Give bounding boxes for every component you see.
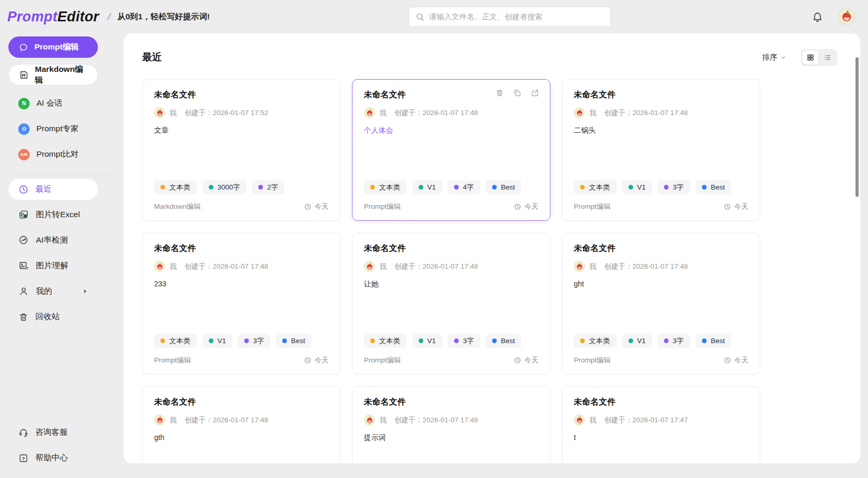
panel-scrollbar[interactable] <box>856 57 859 197</box>
card-time-label: 今天 <box>734 356 748 365</box>
user-avatar[interactable] <box>838 8 856 26</box>
markdown-icon <box>19 70 29 80</box>
card-time: 今天 <box>724 356 748 365</box>
tag-color-dot <box>419 338 423 343</box>
card-title: 未命名文件 <box>364 243 538 254</box>
tag-label: 3000字 <box>218 183 241 192</box>
card-source: Prompt编辑 <box>364 202 401 211</box>
duplicate-icon[interactable] <box>513 89 522 97</box>
sidebar-item-image-to-excel[interactable]: S 图片转Excel <box>8 204 98 225</box>
sidebar-item-prompt-expert[interactable]: Prompt专家 <box>8 118 98 140</box>
tag-chip[interactable]: 文本类 <box>154 334 197 348</box>
card-title: 未命名文件 <box>574 397 748 408</box>
tag-color-dot <box>282 338 287 343</box>
sidebar-item-label: 最近 <box>35 184 52 195</box>
file-card[interactable]: 未命名文件 我 创建于：2026-01-07 17:48 个人体会 文本类V14… <box>352 79 550 221</box>
sidebar-item-label: 帮助中心 <box>35 452 68 463</box>
card-meta: 我 创建于：2026-01-07 17:48 <box>154 261 329 272</box>
tag-chip[interactable]: Best <box>696 180 731 194</box>
card-time-label: 今天 <box>524 202 538 211</box>
ai-detect-icon <box>18 235 29 246</box>
sidebar: Prompt编辑 Markdown编辑 N AI 会话 Prompt专家 A/B… <box>0 33 123 478</box>
sidebar-item-recycle-bin[interactable]: 回收站 <box>8 306 98 328</box>
tag-label: 文本类 <box>169 183 191 192</box>
sidebar-item-recent[interactable]: 最近 <box>8 179 98 200</box>
file-card[interactable]: 未命名文件 我 创建于：2026-01-07 17:48 ght 文本类V13字… <box>562 233 760 374</box>
tag-chip[interactable]: 3字 <box>658 334 690 348</box>
tag-chip[interactable]: 3字 <box>658 180 690 194</box>
tag-chip[interactable]: Best <box>696 334 731 348</box>
card-body: 文章 <box>154 126 329 135</box>
notification-bell-icon[interactable] <box>812 11 823 22</box>
card-tags: 文本类V13字Best <box>364 334 538 348</box>
panel-header: 最近 排序 <box>142 49 860 66</box>
tag-chip[interactable]: 文本类 <box>574 334 617 348</box>
file-card[interactable]: 未命名文件 我 创建于：2026-01-07 17:48 二锅头 文本类V13字… <box>562 79 760 221</box>
tag-chip[interactable]: Best <box>486 180 521 194</box>
chat-bubble-icon <box>18 42 29 53</box>
sidebar-ai-tools: N AI 会话 Prompt专家 A/B Prompt比对 <box>8 93 114 165</box>
card-footer: Prompt编辑 今天 <box>574 356 748 365</box>
tag-label: 文本类 <box>589 183 610 192</box>
tag-color-dot <box>492 338 497 343</box>
file-card[interactable]: 未命名文件 我 创建于：2026-01-07 17:48 让她 文本类V13字B… <box>352 233 550 374</box>
image-understand-icon: ? <box>18 260 29 271</box>
export-icon[interactable] <box>531 89 539 97</box>
global-search[interactable] <box>409 7 611 27</box>
sort-dropdown[interactable]: 排序 <box>762 53 786 62</box>
tag-label: V1 <box>637 183 646 191</box>
sidebar-item-ai-rate-detect[interactable]: AI率检测 <box>8 230 98 251</box>
file-card[interactable]: 未命名文件 我 创建于：2026-01-07 17:48 提示词 <box>352 386 550 463</box>
tag-chip[interactable]: V1 <box>412 180 443 194</box>
sidebar-item-label: Prompt比对 <box>36 149 79 160</box>
tag-chip[interactable]: 文本类 <box>364 180 407 194</box>
tag-color-dot <box>258 185 263 190</box>
owner-avatar <box>574 107 585 118</box>
tag-chip[interactable]: 2字 <box>252 180 284 194</box>
owner-avatar <box>574 414 585 425</box>
sidebar-item-image-understand[interactable]: ? 图片理解 <box>8 255 98 276</box>
card-title: 未命名文件 <box>154 397 329 408</box>
tag-chip[interactable]: 3字 <box>448 334 480 348</box>
tag-chip[interactable]: V1 <box>203 334 233 348</box>
card-footer: Prompt编辑 今天 <box>154 356 329 365</box>
grid-view-button[interactable] <box>802 51 819 65</box>
delete-icon[interactable] <box>495 89 504 97</box>
sidebar-item-label: Prompt专家 <box>36 123 79 134</box>
tag-color-dot <box>580 185 585 190</box>
sidebar-item-help-center[interactable]: ? 帮助中心 <box>8 447 98 469</box>
trash-icon <box>18 312 29 322</box>
tag-chip[interactable]: 4字 <box>448 180 480 194</box>
clock-icon <box>304 203 311 210</box>
logo-part-prompt: Prompt <box>7 9 57 24</box>
sidebar-item-markdown-edit[interactable]: Markdown编辑 <box>8 64 98 85</box>
tag-chip[interactable]: Best <box>276 334 311 348</box>
header-right <box>812 8 856 26</box>
sidebar-item-customer-service[interactable]: 咨询客服 <box>8 422 98 443</box>
tag-color-dot <box>209 338 213 343</box>
file-card[interactable]: 未命名文件 我 创建于：2026-01-07 17:48 233 文本类V13字… <box>142 233 341 374</box>
file-card[interactable]: 未命名文件 我 创建于：2026-01-07 17:48 gth <box>142 386 341 463</box>
sidebar-item-prompt-edit[interactable]: Prompt编辑 <box>8 36 98 58</box>
list-view-button[interactable] <box>820 51 836 65</box>
tag-chip[interactable]: Best <box>486 334 521 348</box>
tag-chip[interactable]: 文本类 <box>154 180 197 194</box>
sidebar-item-mine[interactable]: 我的 <box>8 281 98 302</box>
sidebar-item-prompt-compare[interactable]: A/B Prompt比对 <box>8 144 98 165</box>
tag-chip[interactable]: V1 <box>622 180 652 194</box>
sidebar-item-label: 图片转Excel <box>36 209 80 220</box>
card-body: 提示词 <box>364 433 538 443</box>
owner-name: 我 <box>589 262 597 271</box>
tag-chip[interactable]: 3000字 <box>203 180 247 194</box>
tag-chip[interactable]: 3字 <box>238 334 270 348</box>
tag-chip[interactable]: V1 <box>622 334 652 348</box>
tag-color-dot <box>664 185 669 190</box>
sidebar-item-ai-chat[interactable]: N AI 会话 <box>8 93 98 114</box>
file-card[interactable]: 未命名文件 我 创建于：2026-01-07 17:52 文章 文本类3000字… <box>142 79 341 221</box>
search-input[interactable] <box>429 12 604 21</box>
file-card[interactable]: 未命名文件 我 创建于：2026-01-07 17:47 t <box>562 386 760 463</box>
owner-avatar <box>574 261 585 272</box>
tag-chip[interactable]: V1 <box>412 334 443 348</box>
tag-chip[interactable]: 文本类 <box>364 334 407 348</box>
tag-chip[interactable]: 文本类 <box>574 180 617 194</box>
